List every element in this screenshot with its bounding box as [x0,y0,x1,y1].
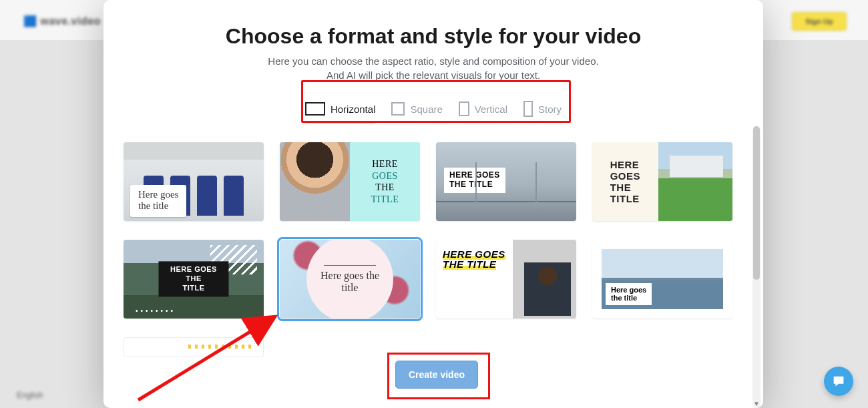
template-card[interactable]: Here goesthe title [592,240,732,319]
brand-logo: wave.video [23,15,101,27]
template-card[interactable]: HERE GOES THE TITLE [592,142,732,221]
format-option-horizontal[interactable]: Horizontal [305,101,376,124]
template-title: Here goes the title [306,240,393,319]
signup-button[interactable]: Sign Up [792,12,847,31]
template-card[interactable]: Here goesthe title [124,142,264,221]
templates-grid: Here goesthe title HERE GOES THE TITLE H… [103,126,763,357]
aspect-vertical-icon [459,101,469,116]
aspect-story-icon [523,101,533,117]
template-card[interactable]: HERE GOESTHE TITLE [436,142,576,221]
template-title: Here goesthe title [130,185,186,218]
create-video-button[interactable]: Create video [395,361,478,389]
format-picker: Horizontal Square Vertical Story [292,94,575,126]
template-title: HERE GOES THE TITLE [610,159,640,205]
chevron-down-icon[interactable]: ▼ [752,399,761,408]
scrollbar-thumb[interactable] [753,126,760,280]
format-label: Horizontal [331,104,376,115]
format-option-story[interactable]: Story [523,101,562,117]
format-label: Square [410,104,442,115]
modal-subtitle: And AI will pick the relevant visuals fo… [144,69,723,81]
chat-icon [831,374,846,389]
template-card[interactable]: HERE GOES THE TITLE [280,142,420,221]
template-card-partial[interactable] [124,337,264,357]
template-title: HERE GOES THETITLE [159,261,229,296]
template-title: HERE GOESTHE TITLE [444,168,505,193]
modal-subtitle: Here you can choose the aspect ratio, st… [144,55,723,67]
format-option-vertical[interactable]: Vertical [459,101,507,117]
templates-scrollbar[interactable]: ▼ [752,126,761,408]
aspect-horizontal-icon [305,102,325,116]
aspect-square-icon [391,102,405,116]
format-style-modal: Choose a format and style for your video… [103,0,763,408]
modal-title: Choose a format and style for your video [144,24,723,49]
template-card[interactable]: HERE GOESTHE TITLE [436,240,576,319]
template-title: Here goesthe title [606,283,652,305]
template-title: HERE GOESTHE TITLE [443,249,506,269]
format-option-square[interactable]: Square [391,101,442,117]
template-title: HERE GOES THE TITLE [371,158,399,205]
language-picker[interactable]: English [17,391,43,400]
format-label: Vertical [475,104,507,115]
template-card[interactable]: HERE GOES THETITLE [124,240,264,319]
support-chat-button[interactable] [824,367,853,396]
format-label: Story [538,104,562,115]
template-card-selected[interactable]: Here goes the title [280,240,420,319]
